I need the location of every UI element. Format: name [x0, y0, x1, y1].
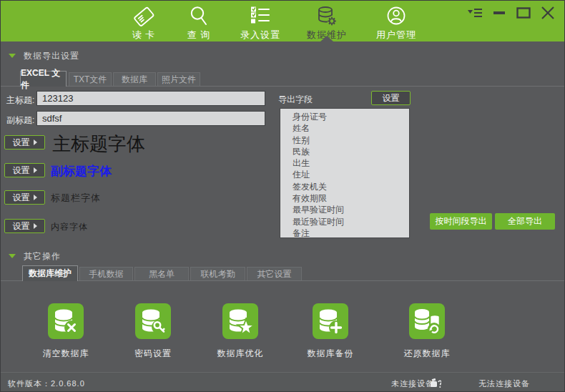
- active-toolbar-indicator: [320, 36, 333, 41]
- list-item[interactable]: 签发机关: [293, 181, 409, 192]
- device-status-text: 未连接设备: [391, 378, 434, 389]
- arrow-right-icon: [34, 167, 37, 173]
- tab-label: 其它设置: [257, 268, 292, 280]
- database-optimize-icon: [222, 303, 258, 339]
- toolbar-item-query[interactable]: 查 询: [170, 5, 227, 41]
- device-status-icon: [430, 378, 441, 391]
- list-item[interactable]: 住址: [293, 169, 409, 180]
- tab-baseline: [1, 86, 565, 87]
- main-title-font-sample: 主标题字体: [52, 132, 145, 157]
- list-item[interactable]: 出生: [293, 157, 409, 169]
- header-toolbar: 读 卡 查 询: [1, 1, 565, 41]
- toolbar-label: 用户管理: [376, 29, 416, 41]
- tab-baseline: [1, 280, 565, 281]
- toolbar-label: 查 询: [187, 29, 211, 41]
- arrow-right-icon: [34, 223, 37, 229]
- tab-label: EXCEL 文件: [21, 67, 66, 92]
- database-backup-action[interactable]: 数据库备份: [298, 303, 363, 360]
- content-font-sample: 内容字体: [51, 221, 88, 233]
- toolbar-item-user-management[interactable]: 用户管理: [368, 5, 425, 41]
- clear-database-icon: [48, 303, 84, 339]
- list-item[interactable]: 民族: [293, 146, 409, 157]
- app-window: 读 卡 查 询: [0, 0, 565, 392]
- toolbar-item-read-card[interactable]: 读 卡: [115, 5, 172, 41]
- restore-database-icon: [409, 303, 445, 339]
- read-card-icon: [132, 5, 155, 28]
- export-all-button[interactable]: 全部导出: [495, 213, 555, 230]
- titlebar-font-settings-button[interactable]: 设置: [4, 190, 45, 205]
- status-bar: 软件版本：2.0.68.0 未连接设备 无法连接设备: [1, 372, 565, 392]
- titlebar-font-sample: 标题栏字体: [51, 192, 101, 205]
- subtitle-font-settings-button[interactable]: 设置: [4, 163, 45, 177]
- button-label: 设置: [383, 92, 400, 104]
- window-controls: [467, 6, 556, 19]
- main-title-label: 主标题:: [6, 94, 34, 107]
- close-icon[interactable]: [540, 6, 556, 19]
- tab-label: 联机考勤: [201, 268, 235, 280]
- checklist-icon: [249, 5, 272, 28]
- db-action-label: 数据库备份: [308, 348, 354, 360]
- export-by-time-button[interactable]: 按时间段导出: [430, 213, 492, 230]
- db-action-label: 清空数据库: [43, 348, 89, 360]
- arrow-right-icon: [34, 139, 37, 145]
- password-settings-icon: [135, 303, 171, 339]
- tab-excel-file[interactable]: EXCEL 文件: [20, 71, 67, 87]
- toolbar-item-entry-settings[interactable]: 录入设置: [232, 5, 289, 41]
- main-title-font-settings-button[interactable]: 设置: [4, 135, 45, 150]
- section-title: 其它操作: [24, 250, 61, 263]
- tab-label: 数据库维护: [29, 268, 72, 280]
- restore-database-action[interactable]: 还原数据库: [395, 303, 459, 360]
- tab-label: 手机数据: [89, 268, 124, 280]
- version-value: 2.0.68.0: [51, 379, 85, 388]
- minimize-icon[interactable]: [491, 6, 507, 19]
- list-item[interactable]: 有效期限: [293, 192, 409, 204]
- list-item[interactable]: 最近验证时间: [293, 216, 409, 227]
- subtitle-font-sample: 副标题字体: [51, 163, 112, 180]
- tab-online-attendance[interactable]: 联机考勤: [190, 267, 245, 280]
- tab-phone-data[interactable]: 手机数据: [79, 267, 133, 280]
- search-icon: [187, 5, 210, 28]
- export-fields-settings-button[interactable]: 设置: [371, 91, 411, 105]
- tab-other-settings[interactable]: 其它设置: [247, 267, 302, 280]
- toolbar-label: 录入设置: [240, 29, 280, 41]
- maximize-icon[interactable]: [516, 6, 531, 19]
- list-item[interactable]: 身份证号: [293, 111, 409, 122]
- user-icon: [385, 5, 408, 28]
- tab-label: TXT文件: [74, 74, 107, 86]
- tab-db-maintenance[interactable]: 数据库维护: [22, 265, 78, 281]
- button-label: 设置: [13, 137, 30, 149]
- db-action-label: 还原数据库: [404, 348, 451, 360]
- main-title-input[interactable]: [36, 91, 265, 106]
- list-item[interactable]: 备注: [293, 227, 409, 238]
- list-item[interactable]: 姓名: [293, 122, 409, 134]
- collapse-triangle-icon: [9, 254, 16, 258]
- db-action-label: 密码设置: [134, 348, 172, 360]
- tab-label: 数据库: [122, 74, 147, 86]
- clear-database-action[interactable]: 清空数据库: [34, 303, 98, 360]
- subtitle-label: 副标题:: [6, 114, 34, 127]
- other-section-header[interactable]: 其它操作: [1, 250, 215, 262]
- database-optimize-action[interactable]: 数据库优化: [208, 303, 272, 360]
- button-label: 设置: [13, 220, 30, 232]
- tab-txt-file[interactable]: TXT文件: [69, 72, 112, 86]
- list-item[interactable]: 性别: [293, 134, 409, 146]
- tab-database[interactable]: 数据库: [113, 72, 156, 86]
- connection-status-text: 无法连接设备: [478, 378, 530, 389]
- database-backup-icon: [313, 303, 348, 339]
- export-section-header[interactable]: 数据导出设置: [1, 50, 215, 62]
- list-item[interactable]: 最早验证时间: [293, 204, 409, 215]
- subtitle-input[interactable]: [36, 111, 265, 126]
- software-version: 软件版本：2.0.68.0: [8, 378, 85, 389]
- button-label: 按时间段导出: [436, 215, 487, 227]
- tab-blacklist[interactable]: 黑名单: [134, 267, 189, 280]
- export-fields-label: 导出字段: [278, 94, 313, 106]
- content-font-settings-button[interactable]: 设置: [4, 219, 45, 233]
- password-settings-action[interactable]: 密码设置: [121, 303, 185, 360]
- db-action-label: 数据库优化: [217, 348, 264, 360]
- window-menu-icon[interactable]: [467, 6, 483, 19]
- arrow-right-icon: [34, 195, 37, 200]
- button-label: 设置: [13, 165, 30, 177]
- tab-photo-file[interactable]: 照片文件: [157, 72, 200, 86]
- export-fields-listbox[interactable]: 身份证号 姓名 性别 民族 出生 住址 签发机关 有效期限 最早验证时间 最近验…: [280, 108, 410, 238]
- database-gear-icon: [315, 5, 338, 28]
